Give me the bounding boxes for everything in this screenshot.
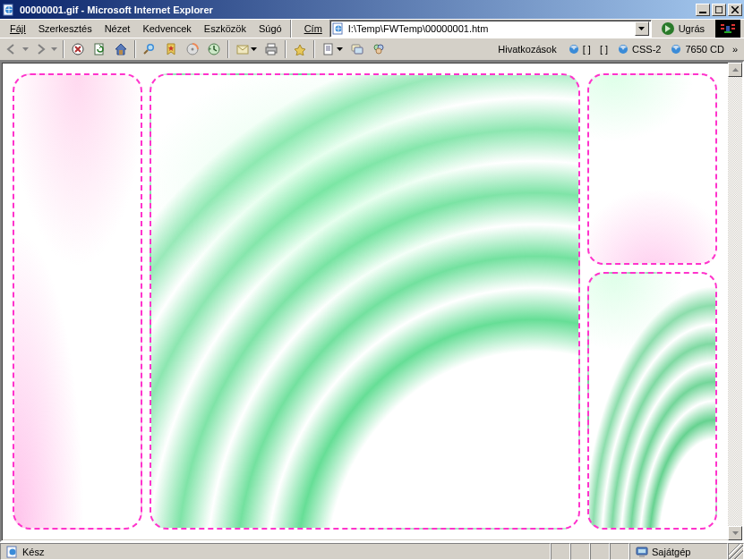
svg-rect-9 bbox=[119, 50, 123, 55]
decorative-panel-left bbox=[13, 73, 142, 530]
svg-point-29 bbox=[10, 548, 16, 555]
link-item-2[interactable]: [ ] bbox=[596, 42, 611, 56]
separator bbox=[313, 40, 315, 58]
page-body bbox=[2, 63, 728, 540]
messenger-button[interactable] bbox=[290, 39, 310, 59]
links-overflow-icon[interactable]: » bbox=[730, 44, 740, 55]
refresh-button[interactable] bbox=[90, 39, 109, 59]
svg-point-13 bbox=[192, 48, 194, 51]
ie-icon bbox=[568, 43, 580, 55]
stop-button[interactable] bbox=[68, 39, 88, 59]
address-input[interactable] bbox=[348, 23, 631, 34]
ie-page-icon bbox=[6, 546, 19, 558]
scroll-track[interactable] bbox=[728, 77, 742, 526]
ie-throbber-icon bbox=[715, 20, 740, 38]
link-item-1[interactable]: [ ] bbox=[564, 41, 594, 57]
ie-page-icon bbox=[332, 22, 345, 35]
edit-button[interactable] bbox=[319, 39, 346, 59]
address-dropdown-icon[interactable] bbox=[635, 21, 649, 36]
scroll-up-icon[interactable] bbox=[728, 63, 742, 77]
decorative-panel-bottom-right bbox=[587, 272, 717, 530]
go-arrow-icon bbox=[661, 21, 675, 36]
svg-rect-21 bbox=[355, 47, 363, 54]
go-button[interactable]: Ugrás bbox=[655, 21, 710, 36]
mail-button[interactable] bbox=[233, 39, 260, 59]
scroll-down-icon[interactable] bbox=[728, 526, 742, 540]
svg-rect-1 bbox=[699, 12, 706, 13]
link-item-4[interactable]: 7650 CD bbox=[666, 41, 727, 57]
link-item-3[interactable]: CSS-2 bbox=[613, 41, 664, 57]
svg-rect-18 bbox=[268, 51, 275, 55]
close-button[interactable] bbox=[728, 4, 742, 16]
svg-rect-19 bbox=[324, 44, 332, 55]
status-cell-1 bbox=[551, 543, 570, 560]
minimize-button[interactable] bbox=[696, 4, 710, 16]
media-button[interactable] bbox=[183, 39, 202, 59]
menubar: Fájl Szerkesztés Nézet Kedvencek Eszközö… bbox=[0, 19, 744, 38]
resize-grip-icon[interactable] bbox=[728, 543, 744, 560]
history-button[interactable] bbox=[204, 39, 224, 59]
separator bbox=[227, 40, 229, 58]
research-button[interactable] bbox=[369, 39, 389, 59]
status-cell-2 bbox=[570, 543, 590, 560]
go-label: Ugrás bbox=[679, 23, 705, 34]
maximize-button[interactable] bbox=[712, 4, 726, 16]
svg-point-24 bbox=[376, 48, 381, 54]
status-ready: Kész bbox=[0, 543, 551, 560]
svg-rect-31 bbox=[638, 549, 646, 553]
svg-point-11 bbox=[149, 46, 153, 50]
ie-page-icon bbox=[2, 3, 16, 17]
status-cell-4 bbox=[610, 543, 629, 560]
back-button[interactable] bbox=[4, 39, 30, 59]
separator bbox=[290, 20, 292, 38]
address-box[interactable] bbox=[329, 20, 652, 38]
status-zone: Sajátgép bbox=[629, 543, 728, 560]
svg-rect-2 bbox=[715, 6, 723, 13]
separator bbox=[134, 40, 136, 58]
menu-file[interactable]: Fájl bbox=[4, 21, 32, 36]
menu-help[interactable]: Súgó bbox=[252, 21, 288, 36]
svg-rect-16 bbox=[268, 44, 275, 47]
toolbar: Hivatkozások [ ] [ ] CSS-2 7650 CD » bbox=[0, 38, 744, 61]
status-cell-3 bbox=[590, 543, 610, 560]
decorative-panel-center bbox=[150, 73, 580, 530]
favorites-button[interactable] bbox=[161, 39, 181, 59]
window-title: 00000001.gif - Microsoft Internet Explor… bbox=[20, 4, 696, 15]
ie-icon bbox=[617, 43, 629, 55]
content-viewport bbox=[0, 61, 744, 542]
statusbar: Kész Sajátgép bbox=[0, 542, 744, 560]
svg-rect-8 bbox=[95, 44, 103, 55]
separator bbox=[285, 40, 286, 58]
links-label: Hivatkozások bbox=[492, 44, 561, 55]
address-label: Cím bbox=[301, 23, 326, 34]
window-titlebar: 00000001.gif - Microsoft Internet Explor… bbox=[0, 0, 744, 19]
svg-rect-32 bbox=[639, 556, 645, 557]
menu-view[interactable]: Nézet bbox=[98, 21, 137, 36]
menu-edit[interactable]: Szerkesztés bbox=[32, 21, 98, 36]
vertical-scrollbar[interactable] bbox=[728, 63, 742, 540]
search-button[interactable] bbox=[140, 39, 159, 59]
decorative-panel-top-right bbox=[587, 73, 717, 265]
discuss-button[interactable] bbox=[347, 39, 367, 59]
ie-icon bbox=[670, 43, 682, 55]
forward-button[interactable] bbox=[32, 39, 59, 59]
home-button[interactable] bbox=[111, 39, 131, 59]
separator bbox=[63, 40, 64, 58]
menu-tools[interactable]: Eszközök bbox=[198, 21, 252, 36]
computer-icon bbox=[636, 546, 648, 558]
print-button[interactable] bbox=[261, 39, 281, 59]
menu-favorites[interactable]: Kedvencek bbox=[136, 21, 197, 36]
